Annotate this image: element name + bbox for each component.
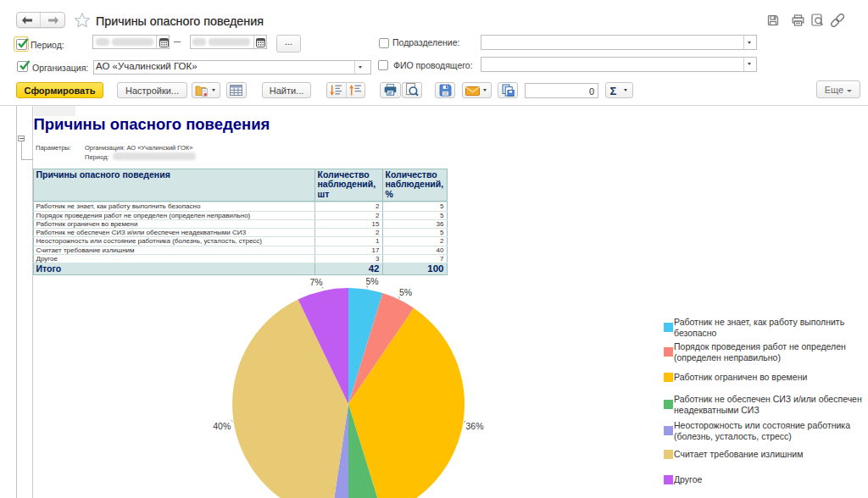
svg-text:40%: 40%: [213, 421, 231, 431]
svg-text:7%: 7%: [309, 278, 322, 287]
svg-text:5%: 5%: [365, 278, 378, 286]
svg-text:5%: 5%: [399, 287, 412, 297]
svg-text:36%: 36%: [466, 421, 484, 431]
